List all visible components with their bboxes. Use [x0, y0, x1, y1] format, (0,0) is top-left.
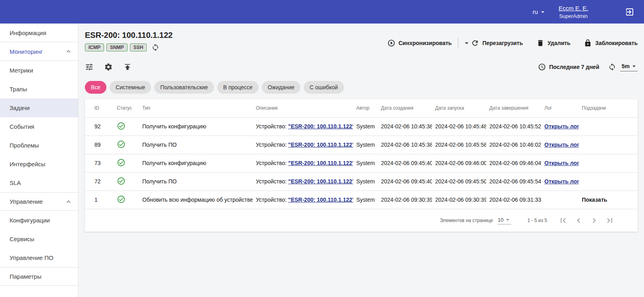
open-log-link[interactable]: Открыть лог [544, 142, 579, 148]
sidebar-item-configurations[interactable]: Конфигурации [0, 211, 78, 230]
device-link[interactable]: "ESR-200: 100.110.1.122" [288, 123, 353, 130]
sidebar-item-sla[interactable]: SLA [0, 173, 78, 192]
sidebar-item-label: Управление ПО [10, 254, 53, 261]
show-subtasks-button[interactable]: Показать [582, 197, 607, 203]
task-created: 2024-02-06 10:45:38 [378, 117, 432, 136]
topbar-right: ru Eccm E. E. SuperAdmin [532, 5, 634, 19]
filter-chip-user[interactable]: Пользовательские [154, 81, 214, 94]
sidebar: Информация Мониторинг Метрики Трапы Зада… [0, 24, 79, 297]
column-header-started: Дата запуска [432, 99, 486, 117]
device-actions: Синхронизировать Перезагрузить [387, 38, 638, 48]
reboot-button[interactable]: Перезагрузить [471, 39, 523, 47]
task-author: System [353, 154, 378, 172]
block-label: Заблокировать [595, 40, 638, 46]
language-selector[interactable]: ru [532, 8, 546, 16]
device-link[interactable]: "ESR-200: 100.110.1.122" [288, 142, 353, 148]
task-author: System [353, 172, 378, 191]
task-finished: 2024-02-06 09:46:04 [486, 154, 541, 172]
play-circle-icon [387, 39, 395, 47]
device-link[interactable]: "ESR-200: 100.110.1.122" [288, 160, 353, 166]
sidebar-item-information[interactable]: Информация [0, 24, 78, 42]
sidebar-item-interfaces[interactable]: Интерфейсы [0, 155, 78, 173]
sidebar-item-metrics[interactable]: Метрики [0, 61, 78, 80]
column-header-description: Описание [253, 99, 353, 117]
device-link[interactable]: "ESR-200: 100.110.1.122" [288, 178, 353, 185]
last-page-icon[interactable] [605, 216, 615, 225]
task-type: Получить ПО [139, 136, 253, 154]
filter-chip-system[interactable]: Системные [110, 81, 151, 94]
sidebar-section-monitoring[interactable]: Мониторинг [0, 42, 78, 61]
task-type: Получить конфигурацию [139, 154, 253, 172]
chevron-down-icon [539, 8, 547, 16]
tasks-table: ID Статус Тип Описание Автор Дата создан… [85, 99, 638, 209]
open-log-link[interactable]: Открыть лог [544, 123, 579, 130]
sidebar-item-traps[interactable]: Трапы [0, 80, 78, 98]
sidebar-item-problems[interactable]: Проблемы [0, 136, 78, 155]
sidebar-item-services[interactable]: Сервисы [0, 230, 78, 248]
sidebar-section-management[interactable]: Управление [0, 192, 78, 211]
period-label: Последние 7 дней [549, 64, 599, 70]
sync-options-dropdown-icon[interactable] [462, 39, 471, 47]
sidebar-item-software-management[interactable]: Управление ПО [0, 248, 78, 267]
task-started: 2024-02-06 09:46:00 [432, 154, 486, 172]
task-id: 72 [85, 172, 114, 191]
period-selector[interactable]: Последние 7 дней [538, 63, 599, 71]
sync-status-icon[interactable] [151, 43, 159, 51]
sidebar-item-label: Метрики [10, 67, 33, 74]
chevron-down-icon [504, 216, 511, 223]
trash-icon [536, 39, 544, 47]
tasks-toolbar: Последние 7 дней 5m [85, 63, 638, 71]
task-id: 1 [85, 191, 114, 209]
task-description: Устройство: "ESR-200: 100.110.1.122" . [253, 172, 353, 191]
user-name-link[interactable]: Eccm E. E. [559, 5, 588, 12]
open-log-link[interactable]: Открыть лог [544, 178, 579, 185]
synchronize-button[interactable]: Синхронизировать [387, 39, 452, 47]
sidebar-item-events[interactable]: События [0, 117, 78, 136]
task-description: Устройство: "ESR-200: 100.110.1.122" . [253, 117, 353, 136]
table-row: 72 Получить ПО Устройство: "ESR-200: 100… [85, 172, 638, 191]
next-page-icon[interactable] [589, 216, 599, 225]
device-link[interactable]: "ESR-200: 100.110.1.122" [288, 197, 353, 203]
task-started: 2024-02-06 10:45:48 [432, 117, 486, 136]
protocol-badges: ICMP SNMP SSH [85, 43, 173, 51]
task-description: Устройство: "ESR-200: 100.110.1.122" . [253, 136, 353, 154]
items-per-page-value: 10 [498, 217, 503, 223]
block-button[interactable]: Заблокировать [584, 39, 638, 47]
delete-label: Удалить [548, 40, 570, 46]
pagination: Элементов на странице 10 1 - 5 из 5 [85, 209, 638, 232]
filter-chip-waiting[interactable]: Ожидание [262, 81, 300, 94]
filter-chip-in-progress[interactable]: В процессе [217, 81, 259, 94]
upload-icon[interactable] [123, 63, 132, 71]
items-per-page-select[interactable]: 10 [498, 216, 511, 224]
task-author: System [353, 136, 378, 154]
first-page-icon[interactable] [558, 216, 568, 225]
filter-chip-all[interactable]: Все [85, 81, 106, 94]
user-menu[interactable]: Eccm E. E. SuperAdmin [559, 5, 588, 19]
refresh-interval-icon[interactable] [608, 63, 616, 71]
topbar: ru Eccm E. E. SuperAdmin [0, 0, 644, 24]
sync-split-button: Синхронизировать [387, 38, 471, 48]
gear-icon[interactable] [104, 63, 113, 71]
task-started: 2024-02-06 10:45:58 [432, 136, 486, 154]
sidebar-item-parameters[interactable]: Параметры [0, 267, 78, 286]
description-prefix: Устройство: [256, 123, 287, 130]
tune-filters-icon[interactable] [85, 63, 94, 71]
task-type: Обновить всю информацию об устройстве [139, 191, 253, 209]
delete-button[interactable]: Удалить [536, 39, 570, 47]
interval-select[interactable]: 5m [620, 63, 638, 71]
filter-chip-error[interactable]: С ошибкой [304, 81, 344, 94]
tasks-table-card: ID Статус Тип Описание Автор Дата создан… [85, 99, 638, 232]
badge-ssh: SSH [130, 43, 147, 51]
description-prefix: Устройство: [256, 178, 287, 185]
synchronize-label: Синхронизировать [399, 40, 452, 46]
previous-page-icon[interactable] [574, 216, 583, 225]
task-description: Устройство: "ESR-200: 100.110.1.122" . [253, 154, 353, 172]
open-log-link[interactable]: Открыть лог [544, 160, 579, 166]
logout-icon[interactable] [625, 7, 634, 17]
task-id: 92 [85, 117, 114, 136]
task-type: Получить конфигурацию [139, 117, 253, 136]
sidebar-item-tasks[interactable]: Задачи [0, 98, 78, 117]
description-prefix: Устройство: [256, 142, 287, 148]
toolbar-right: Последние 7 дней 5m [538, 63, 638, 71]
status-success-icon [117, 195, 126, 204]
